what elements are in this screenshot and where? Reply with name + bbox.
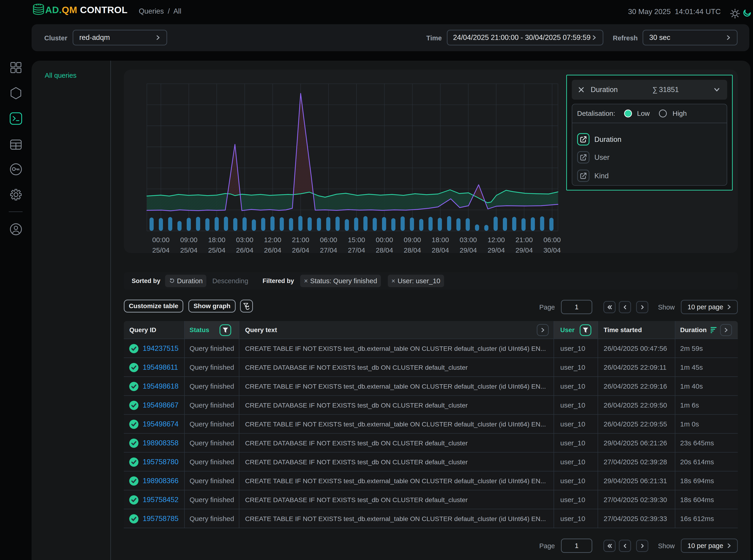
svg-text:00:00: 00:00 bbox=[376, 236, 393, 243]
svg-text:09:00: 09:00 bbox=[404, 236, 421, 243]
svg-text:18:00: 18:00 bbox=[432, 236, 449, 243]
svg-text:25/04: 25/04 bbox=[152, 246, 169, 253]
svg-text:26/04: 26/04 bbox=[236, 246, 253, 253]
svg-text:27/04: 27/04 bbox=[320, 246, 337, 253]
svg-text:12:00: 12:00 bbox=[264, 236, 281, 243]
svg-text:15:00: 15:00 bbox=[348, 236, 365, 243]
svg-text:09:00: 09:00 bbox=[180, 236, 197, 243]
svg-text:21:00: 21:00 bbox=[292, 236, 309, 243]
svg-text:03:00: 03:00 bbox=[460, 236, 477, 243]
svg-text:26/04: 26/04 bbox=[264, 246, 281, 253]
svg-text:21:00: 21:00 bbox=[515, 236, 533, 243]
svg-text:29/04: 29/04 bbox=[488, 246, 505, 253]
svg-text:29/04: 29/04 bbox=[515, 246, 533, 253]
svg-text:25/04: 25/04 bbox=[180, 246, 197, 253]
svg-text:06:00: 06:00 bbox=[320, 236, 337, 243]
svg-text:03:00: 03:00 bbox=[236, 236, 253, 243]
svg-text:28/04: 28/04 bbox=[404, 246, 421, 253]
svg-text:28/04: 28/04 bbox=[376, 246, 393, 253]
svg-text:00:00: 00:00 bbox=[152, 236, 169, 243]
svg-text:26/04: 26/04 bbox=[292, 246, 309, 253]
svg-text:18:00: 18:00 bbox=[208, 236, 225, 243]
svg-text:25/04: 25/04 bbox=[208, 246, 225, 253]
svg-text:29/04: 29/04 bbox=[460, 246, 477, 253]
svg-text:06:00: 06:00 bbox=[544, 236, 561, 243]
svg-text:28/04: 28/04 bbox=[432, 246, 449, 253]
svg-text:27/04: 27/04 bbox=[348, 246, 365, 253]
svg-text:30/04: 30/04 bbox=[544, 246, 561, 253]
svg-text:12:00: 12:00 bbox=[488, 236, 505, 243]
